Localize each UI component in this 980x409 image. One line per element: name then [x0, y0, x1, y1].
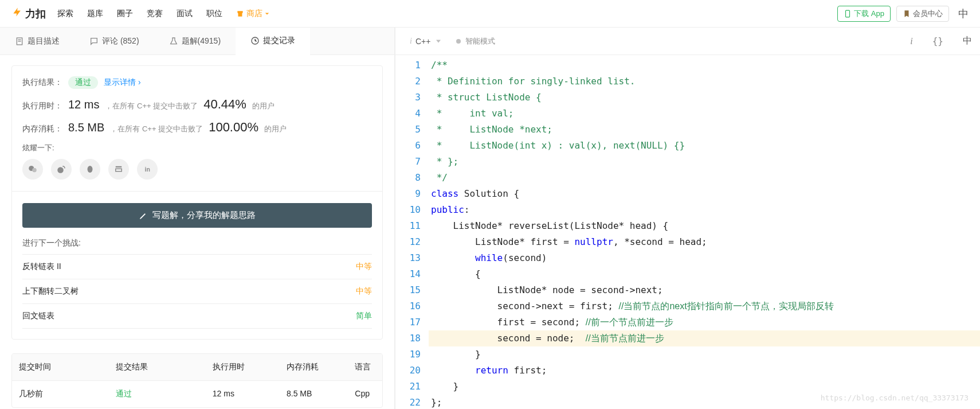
right-pane: i C++ 智能模式 i {} 中 1234567891011121314151…	[395, 28, 980, 409]
line-number: 21	[398, 379, 421, 395]
code-line: */	[429, 170, 980, 186]
th-result: 提交结果	[109, 354, 206, 380]
nav-explore[interactable]: 探索	[57, 9, 73, 19]
code-line: first = second; //前一个节点前进一步	[429, 314, 980, 330]
td-memory: 8.5 MB	[280, 381, 348, 407]
runtime-suffix: 的用户	[252, 101, 275, 111]
douban-icon	[113, 164, 124, 174]
lang-toggle-button[interactable]: 中	[963, 35, 972, 47]
code-editor[interactable]: 12345678910111213141516171819202122 /** …	[395, 55, 980, 409]
watermark: https://blog.csdn.net/qq_33373173	[821, 394, 969, 402]
code-line: /**	[429, 57, 980, 73]
language-dropdown[interactable]: i C++	[403, 34, 445, 49]
line-number: 1	[398, 57, 421, 73]
line-number: 19	[398, 346, 421, 363]
code-line: ListNode* first = nullptr, *second = hea…	[429, 234, 980, 250]
memory-percent: 100.00%	[209, 120, 258, 135]
tab-submissions[interactable]: 提交记录	[236, 28, 310, 55]
code-line: {	[429, 266, 980, 282]
line-number: 3	[398, 89, 421, 106]
share-qq-button[interactable]	[80, 159, 100, 180]
line-gutter: 12345678910111213141516171819202122	[395, 55, 429, 409]
logo-icon	[11, 6, 23, 21]
nav-interview[interactable]: 面试	[177, 9, 193, 19]
svg-rect-10	[116, 169, 122, 172]
top-nav: 力扣 探索 题库 圈子 竞赛 面试 职位 商店 下载 App 会员中心 中	[0, 0, 980, 28]
memory-prefix: ，在所有 C++ 提交中击败了	[110, 124, 203, 134]
nav-contest[interactable]: 竞赛	[147, 9, 163, 19]
challenge-title: 上下翻转二叉树	[22, 286, 79, 297]
bookmark-icon	[903, 10, 911, 18]
td-time: 几秒前	[12, 381, 109, 407]
locale-badge[interactable]: 中	[958, 7, 969, 21]
tab-solutions[interactable]: 题解(4915)	[154, 28, 236, 54]
status-label: 执行结果：	[22, 77, 62, 88]
nav-jobs[interactable]: 职位	[206, 9, 222, 19]
nav-problems[interactable]: 题库	[87, 9, 103, 19]
line-number: 9	[398, 186, 421, 202]
challenge-title: 反转链表 II	[22, 262, 61, 272]
line-number: 20	[398, 363, 421, 379]
code-line: while(second)	[429, 250, 980, 266]
line-number: 15	[398, 282, 421, 298]
line-number: 6	[398, 138, 421, 154]
line-number: 16	[398, 298, 421, 314]
weibo-icon	[56, 164, 66, 174]
share-douban-button[interactable]	[108, 159, 129, 180]
share-linkedin-button[interactable]: in	[137, 159, 158, 180]
challenge-item[interactable]: 反转链表 II中等	[22, 255, 372, 279]
member-center-button[interactable]: 会员中心	[896, 6, 949, 22]
tab-description[interactable]: 题目描述	[0, 28, 75, 54]
line-number: 4	[398, 106, 421, 122]
nav-circle[interactable]: 圈子	[117, 9, 133, 19]
line-number: 17	[398, 314, 421, 330]
code-line: public:	[429, 202, 980, 218]
code-line: * ListNode *next;	[429, 122, 980, 138]
code-line: * };	[429, 154, 980, 170]
svg-point-8	[88, 166, 93, 173]
mode-dot-icon	[456, 39, 461, 44]
code-line: * ListNode(int x) : val(x), next(NULL) {…	[429, 138, 980, 154]
write-solution-button[interactable]: 写题解，分享我的解题思路	[22, 203, 372, 228]
show-detail-link[interactable]: 显示详情 ›	[104, 77, 141, 88]
code-line: }	[429, 346, 980, 363]
share-weibo-button[interactable]	[51, 159, 72, 180]
challenge-item[interactable]: 上下翻转二叉树中等	[22, 279, 372, 304]
code-line: }	[429, 379, 980, 395]
code-line: second->next = first; //当前节点的next指针指向前一个…	[429, 298, 980, 314]
share-wechat-button[interactable]	[22, 159, 43, 180]
challenge-item[interactable]: 回文链表简单	[22, 304, 372, 329]
line-number: 12	[398, 234, 421, 250]
left-pane: 题目描述 评论 (852) 题解(4915) 提交记录 执行结果： 通过 显示详…	[0, 28, 395, 409]
format-button[interactable]: {}	[932, 36, 943, 46]
nav-store[interactable]: 商店	[236, 9, 269, 19]
download-app-button[interactable]: 下载 App	[837, 6, 891, 22]
code-line: * int val;	[429, 106, 980, 122]
runtime-value: 12 ms	[68, 98, 99, 111]
editor-mode[interactable]: 智能模式	[465, 36, 495, 46]
share-label: 炫耀一下:	[22, 143, 372, 153]
challenge-difficulty: 中等	[356, 286, 372, 297]
table-row[interactable]: 几秒前 通过 12 ms 8.5 MB Cpp	[12, 381, 382, 407]
td-runtime: 12 ms	[206, 381, 280, 407]
linkedin-icon: in	[142, 164, 152, 174]
svg-rect-0	[846, 10, 850, 17]
tab-comments[interactable]: 评论 (852)	[75, 28, 154, 54]
challenge-list: 反转链表 II中等上下翻转二叉树中等回文链表简单	[22, 254, 372, 329]
svg-point-6	[32, 168, 37, 173]
th-time: 提交时间	[12, 354, 109, 380]
problem-tabs: 题目描述 评论 (852) 题解(4915) 提交记录	[0, 28, 394, 55]
line-number: 13	[398, 250, 421, 266]
info-button[interactable]: i	[910, 36, 912, 46]
line-number: 8	[398, 170, 421, 186]
nav-items: 探索 题库 圈子 竞赛 面试 职位 商店	[57, 9, 269, 19]
wechat-icon	[28, 164, 38, 174]
code-line: * Definition for singly-linked list.	[429, 73, 980, 89]
challenge-title: 回文链表	[22, 311, 54, 321]
status-badge: 通过	[68, 76, 98, 89]
td-lang: Cpp	[348, 381, 382, 407]
th-lang: 语言	[348, 354, 382, 380]
memory-suffix: 的用户	[264, 124, 287, 134]
logo[interactable]: 力扣	[11, 6, 46, 21]
flask-icon	[169, 37, 178, 46]
